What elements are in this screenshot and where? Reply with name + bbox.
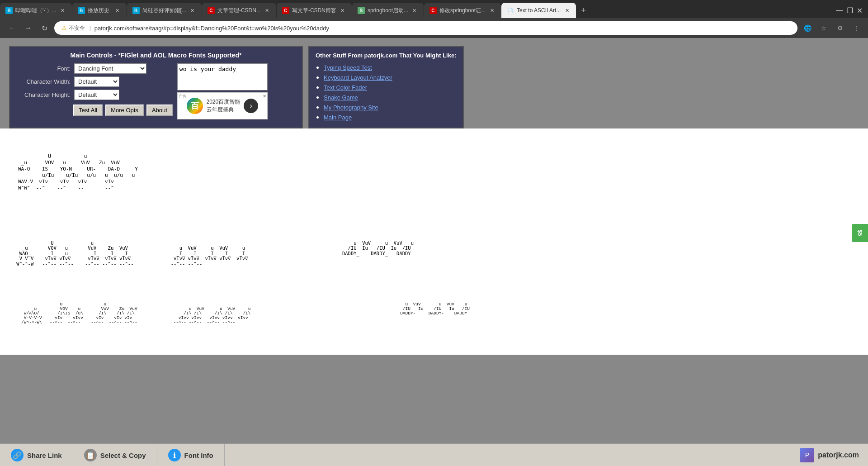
tab-favicon: B	[132, 7, 140, 14]
ad-close-icon[interactable]: ✕	[263, 94, 266, 99]
share-link-icon: 🔗	[11, 449, 24, 461]
char-width-select[interactable]: Default	[74, 76, 119, 87]
tab-history[interactable]: B 播放历史 ✕	[72, 3, 127, 18]
typing-speed-test-link[interactable]: Typing Speed Test	[324, 64, 372, 71]
reload-button[interactable]: ↻	[38, 22, 51, 34]
patorjk-logo-icon: P	[800, 448, 814, 462]
tab-title: 哔哩哔哩（'-'）...	[15, 7, 57, 14]
snake-game-link[interactable]: Snake Game	[324, 94, 358, 101]
tab-close-icon[interactable]: ✕	[488, 7, 495, 14]
green-float-button[interactable]: $5	[852, 224, 868, 242]
about-button[interactable]: About	[146, 105, 173, 116]
main-controls-title: Main Controls - *FIGlet and AOL Macro Fo…	[16, 52, 296, 59]
ascii-art-content: U u _u VOV u VuV Zu VuV WA-O IS YO-N UR-…	[14, 138, 854, 289]
tab-title: Text to ASCII Art...	[517, 7, 561, 14]
patorjk-site-label: patorjk.com	[818, 451, 859, 459]
tab-favicon: C	[208, 7, 215, 14]
tab-close-icon[interactable]: ✕	[59, 7, 66, 14]
list-item: Main Page	[324, 113, 457, 121]
main-controls-panel: Main Controls - *FIGlet and AOL Macro Fo…	[9, 46, 303, 128]
more-opts-button[interactable]: More Opts	[105, 105, 144, 116]
tab-springboot-start[interactable]: S springboot启动... ✕	[352, 3, 424, 18]
ad-content: 百 2020百度智能 云年度盛典 ›	[184, 95, 261, 117]
baidu-icon: 百	[187, 98, 203, 114]
bookmark-button[interactable]: ☆	[817, 22, 830, 34]
new-tab-button[interactable]: +	[576, 4, 590, 17]
address-input[interactable]: ⚠ 不安全 | patorjk.com/software/taag/#p=dis…	[54, 21, 797, 35]
browser-chrome: B 哔哩哔哩（'-'）... ✕ B 播放历史 ✕ B 尚硅谷好评如潮[... …	[0, 0, 868, 38]
tab-close-icon[interactable]: ✕	[563, 7, 571, 14]
tab-title: 尚硅谷好评如潮[...	[142, 7, 186, 14]
select-copy-icon: 📋	[84, 449, 97, 461]
tab-close-icon[interactable]: ✕	[264, 7, 271, 14]
tab-favicon: C	[282, 7, 289, 14]
ad-line1: 2020百度智能	[207, 98, 241, 106]
tab-title: 文章管理-CSDN...	[217, 7, 261, 14]
font-info-label: Font Info	[184, 452, 213, 459]
window-controls: — ❐ ✕	[836, 6, 868, 15]
tab-csdn-write[interactable]: C 写文章-CSDN博客 ✕	[277, 3, 352, 18]
char-width-row: Character Width: Default	[16, 76, 173, 87]
font-row: Font: Dancing Font	[16, 63, 173, 74]
controls-body: Font: Dancing Font Character Width: Defa…	[16, 63, 296, 119]
page-background: Main Controls - *FIGlet and AOL Macro Fo…	[0, 38, 868, 382]
ascii-pre-content: U u u VuV u VuV u _u VOV u VuV Zu VuV u …	[14, 241, 854, 267]
list-item: Keyboard Layout Analzyer	[324, 73, 457, 81]
ad-box: 广告 ✕ 百 2020百度智能 云年度盛典 ›	[177, 92, 268, 119]
ad-text: 2020百度智能 云年度盛典	[207, 98, 241, 114]
share-link-button[interactable]: 🔗 Share Link	[0, 444, 73, 466]
test-all-button[interactable]: Test All	[73, 105, 103, 116]
share-link-label: Share Link	[27, 452, 62, 459]
maximize-button[interactable]: ❐	[847, 6, 853, 15]
text-color-fader-link[interactable]: Text Color Fader	[324, 84, 367, 91]
text-input[interactable]: wo is your daddy	[177, 63, 268, 90]
char-height-label: Character Height:	[16, 91, 71, 98]
tab-close-icon[interactable]: ✕	[411, 7, 418, 14]
select-copy-button[interactable]: 📋 Select & Copy	[73, 444, 157, 466]
back-button[interactable]: ←	[5, 22, 18, 34]
tab-close-icon[interactable]: ✕	[114, 7, 121, 14]
text-input-section: wo is your daddy 广告 ✕ 百 2020百度智能 云年度盛典 ›	[177, 63, 268, 119]
tab-title: 修改springboot证...	[439, 7, 486, 14]
tab-close-icon[interactable]: ✕	[339, 7, 346, 14]
svg-text:_u      VOV   u     VuV   Zu  : _u VOV u VuV Zu VuV	[18, 160, 120, 166]
ascii-art-visual: U u u VuV u VuV u _u VOV u VuV	[14, 298, 854, 329]
close-button[interactable]: ✕	[857, 6, 863, 15]
menu-button[interactable]: ⋮	[850, 22, 863, 34]
translate-button[interactable]: 🌐	[801, 22, 814, 34]
forward-button[interactable]: →	[22, 22, 34, 34]
security-warning-icon: ⚠ 不安全	[61, 24, 85, 32]
tab-close-icon[interactable]: ✕	[189, 7, 196, 14]
font-info-button[interactable]: ℹ Font Info	[157, 444, 225, 466]
list-item: Snake Game	[324, 93, 457, 101]
my-photography-site-link[interactable]: My Photography Site	[324, 104, 378, 111]
font-select[interactable]: Dancing Font	[74, 63, 146, 74]
other-stuff-panel: Other Stuff From patorjk.com That You Mi…	[308, 46, 464, 128]
font-label: Font:	[16, 65, 71, 72]
keyboard-layout-link[interactable]: Keyboard Layout Analzyer	[324, 74, 392, 81]
minimize-button[interactable]: —	[836, 6, 843, 14]
tab-title: springboot启动...	[368, 7, 408, 14]
other-stuff-list: Typing Speed Test Keyboard Layout Analzy…	[316, 63, 457, 121]
tab-csdn-articles[interactable]: C 文章管理-CSDN... ✕	[202, 3, 276, 18]
tab-title: 播放历史	[88, 7, 111, 14]
tab-springboot-modify[interactable]: C 修改springboot证... ✕	[424, 3, 501, 18]
tab-ascii-art[interactable]: 📄 Text to ASCII Art... ✕	[501, 3, 576, 18]
tab-favicon: B	[5, 7, 13, 14]
ad-arrow-button[interactable]: ›	[244, 99, 258, 113]
extension-button[interactable]: ⚙	[834, 22, 846, 34]
security-warning-text: 不安全	[69, 25, 85, 31]
tab-bilibili-1[interactable]: B 哔哩哔哩（'-'）... ✕	[0, 3, 72, 18]
toolbar-right: P patorjk.com	[800, 448, 868, 462]
svg-text:WAV-V  vIv    vIv   vIv      v: WAV-V vIv vIv vIv vIv	[18, 179, 114, 185]
font-info-icon: ℹ	[168, 449, 181, 461]
tab-shanguigu[interactable]: B 尚硅谷好评如潮[... ✕	[127, 3, 202, 18]
tab-bar: B 哔哩哔哩（'-'）... ✕ B 播放历史 ✕ B 尚硅谷好评如潮[... …	[0, 0, 868, 18]
svg-text:W^W^  --^    --^    --       -: W^W^ --^ --^ -- --^	[18, 185, 114, 191]
ad-line2: 云年度盛典	[207, 106, 241, 114]
char-height-select[interactable]: Default	[74, 90, 119, 100]
main-page-link[interactable]: Main Page	[324, 114, 352, 121]
char-width-label: Character Width:	[16, 78, 71, 85]
ad-label: 广告	[179, 94, 187, 100]
tab-favicon: 📄	[507, 7, 514, 14]
